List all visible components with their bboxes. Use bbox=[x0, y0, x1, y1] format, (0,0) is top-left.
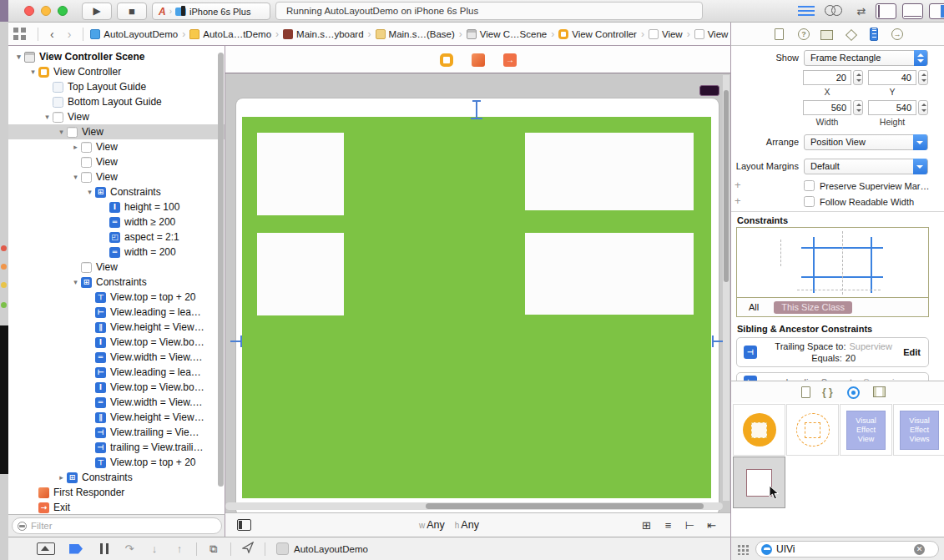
add-constraint-plus[interactable]: + bbox=[735, 194, 741, 207]
object-library-icon[interactable] bbox=[847, 386, 860, 399]
outline-row-aspect-2-1[interactable]: ◰aspect = 2:1 bbox=[8, 230, 225, 245]
outline-row-view[interactable]: View bbox=[8, 154, 225, 169]
breadcrumb-item-autola-tdemo[interactable]: AutoLa…tDemo bbox=[188, 29, 273, 39]
related-items-icon[interactable] bbox=[13, 28, 26, 40]
outline-row-view[interactable]: ▾View bbox=[8, 169, 225, 184]
filter-field[interactable] bbox=[12, 517, 222, 534]
outline-row-trailing-view-traili-[interactable]: ⊣trailing = View.traili… bbox=[8, 440, 225, 455]
subview-top-right[interactable] bbox=[525, 133, 694, 210]
outline-row-view-width-view-[interactable]: ═View.width = View.… bbox=[8, 395, 225, 410]
media-library-icon[interactable] bbox=[873, 386, 886, 397]
y-stepper[interactable] bbox=[918, 70, 928, 85]
identity-inspector-icon[interactable] bbox=[820, 30, 833, 40]
library-item-view-controller[interactable] bbox=[733, 404, 785, 456]
disclosure-open-icon[interactable]: ▾ bbox=[84, 188, 95, 196]
outline-row-first-responder[interactable]: First Responder bbox=[8, 485, 225, 500]
outline-row-constraints[interactable]: ▾⊞Constraints bbox=[8, 275, 225, 290]
run-button[interactable]: ▶ bbox=[82, 3, 112, 20]
vertical-scrollbar[interactable] bbox=[723, 75, 729, 501]
breadcrumb-item-main-s-yboard[interactable]: Main.s…yboard bbox=[281, 29, 366, 39]
step-out-icon[interactable]: ↑ bbox=[167, 542, 192, 555]
disclosure-closed-icon[interactable]: ▸ bbox=[56, 473, 67, 482]
assistant-editor-button[interactable] bbox=[823, 4, 845, 18]
outline-row-view-height-view-[interactable]: ∥View.height = View… bbox=[8, 320, 225, 335]
x-stepper[interactable] bbox=[853, 70, 863, 85]
outline-row-view-leading-lea-[interactable]: ⊢View.leading = lea… bbox=[8, 305, 225, 320]
quick-help-inspector-icon[interactable]: ? bbox=[798, 28, 810, 40]
edit-constraint-button[interactable]: Edit bbox=[903, 347, 921, 357]
toggle-inspector-button[interactable] bbox=[929, 3, 944, 19]
zoom-button[interactable] bbox=[58, 6, 68, 16]
horizontal-scrollbar[interactable] bbox=[225, 502, 723, 510]
root-view-green[interactable] bbox=[242, 117, 711, 498]
disclosure-open-icon[interactable]: ▾ bbox=[70, 278, 81, 286]
width-field[interactable]: 560 bbox=[803, 100, 851, 115]
exit-dock-icon[interactable]: → bbox=[503, 53, 517, 67]
library-search-input[interactable] bbox=[776, 543, 910, 555]
subview-top-left[interactable] bbox=[257, 133, 344, 215]
follow-readable-width-checkbox[interactable] bbox=[804, 196, 815, 207]
outline-row-width-200[interactable]: ═width = 200 bbox=[8, 245, 225, 260]
disclosure-closed-icon[interactable]: ▸ bbox=[70, 143, 81, 151]
width-stepper[interactable] bbox=[853, 100, 863, 115]
disclosure-open-icon[interactable]: ▾ bbox=[42, 113, 53, 121]
step-into-icon[interactable]: ↓ bbox=[142, 542, 167, 555]
step-over-icon[interactable]: ↷ bbox=[117, 542, 142, 555]
pause-icon[interactable] bbox=[100, 543, 109, 554]
disclosure-open-icon[interactable]: ▾ bbox=[56, 128, 67, 136]
add-constraint-plus[interactable]: + bbox=[735, 179, 741, 191]
outline-row-view-top-view-bo-[interactable]: ⅠView.top = View.bo… bbox=[8, 380, 225, 395]
outline-row-view-top-top-20[interactable]: ⊤View.top = top + 20 bbox=[8, 455, 225, 470]
breadcrumb-item-main-s-base-[interactable]: Main.s…(Base) bbox=[374, 29, 457, 39]
outline-row-view-width-view-[interactable]: ═View.width = View.… bbox=[8, 350, 225, 365]
size-class-control[interactable]: w Any h Any bbox=[419, 519, 479, 531]
layout-margins-dropdown[interactable]: Default bbox=[804, 159, 928, 174]
library-item-visual-effect-views[interactable]: Visual Effect Views bbox=[893, 404, 944, 456]
stop-button[interactable]: ■ bbox=[117, 3, 147, 20]
outline-row-view-leading-lea-[interactable]: ⊢View.leading = lea… bbox=[8, 365, 225, 380]
size-inspector-icon[interactable] bbox=[870, 28, 878, 41]
outline-row-width-200[interactable]: ═width ≥ 200 bbox=[8, 214, 225, 230]
show-dropdown[interactable]: Frame Rectangle bbox=[804, 50, 928, 66]
constraint-card-leading[interactable]: ⊢ Leading Space to: Superview bbox=[736, 372, 929, 381]
height-stepper[interactable] bbox=[918, 100, 928, 115]
minimize-button[interactable] bbox=[41, 6, 51, 16]
forward-button[interactable]: › bbox=[61, 28, 78, 41]
scheme-selector[interactable]: A › iPhone 6s Plus bbox=[152, 3, 270, 20]
outline-row-view-controller-scene[interactable]: ▾View Controller Scene bbox=[8, 49, 225, 64]
breadcrumb-item-view[interactable]: View bbox=[693, 29, 730, 39]
disclosure-open-icon[interactable]: ▾ bbox=[13, 53, 24, 61]
library-item-view-selected[interactable] bbox=[733, 457, 785, 508]
resolve-auto-layout-icon[interactable]: ⇤ bbox=[704, 519, 719, 532]
outline-row-exit[interactable]: →Exit bbox=[8, 500, 225, 514]
preserve-superview-checkbox[interactable] bbox=[804, 180, 815, 191]
attributes-inspector-icon[interactable] bbox=[846, 29, 857, 41]
outline-row-constraints[interactable]: ▸⊞Constraints bbox=[8, 470, 225, 485]
top-constraint-marker[interactable] bbox=[476, 101, 477, 119]
constraint-card-trailing[interactable]: ⊣ Trailing Space to: Superview Equals: 2… bbox=[736, 337, 929, 367]
align-icon[interactable]: ≡ bbox=[661, 519, 675, 532]
breakpoints-icon[interactable] bbox=[69, 544, 83, 554]
breadcrumb-item-autolayoutdemo[interactable]: AutoLayoutDemo bbox=[88, 29, 179, 39]
outline-row-bottom-layout-guide[interactable]: Bottom Layout Guide bbox=[8, 94, 225, 109]
breadcrumb-item-view[interactable]: View bbox=[647, 29, 684, 39]
code-snippet-library-icon[interactable]: { } bbox=[822, 386, 833, 399]
height-field[interactable]: 540 bbox=[868, 100, 916, 115]
version-editor-button[interactable]: ⇄ bbox=[851, 4, 872, 18]
breadcrumb-item-view-controller[interactable]: View Controller bbox=[557, 29, 639, 39]
filter-input[interactable] bbox=[31, 521, 198, 531]
subview-bottom-left[interactable] bbox=[257, 233, 344, 315]
outline-row-constraints[interactable]: ▾⊞Constraints bbox=[8, 184, 225, 199]
library-item-visual-effect-view[interactable]: Visual Effect View bbox=[840, 404, 892, 456]
view-controller-dock-icon[interactable] bbox=[440, 53, 453, 67]
file-inspector-icon[interactable] bbox=[775, 28, 784, 40]
outline-row-view-trailing-vie-[interactable]: ⊣View.trailing = Vie… bbox=[8, 425, 225, 440]
library-search-field[interactable]: ✕ bbox=[755, 541, 939, 557]
size-class-all-option[interactable]: All bbox=[749, 302, 759, 312]
outline-row-view[interactable]: ▾View bbox=[8, 109, 225, 124]
arrange-dropdown[interactable]: Position View bbox=[804, 134, 928, 150]
close-button[interactable] bbox=[24, 6, 34, 16]
navigator-scrollbar[interactable] bbox=[218, 53, 224, 514]
toggle-navigator-button[interactable] bbox=[876, 3, 896, 19]
disclosure-open-icon[interactable]: ▾ bbox=[28, 68, 38, 76]
